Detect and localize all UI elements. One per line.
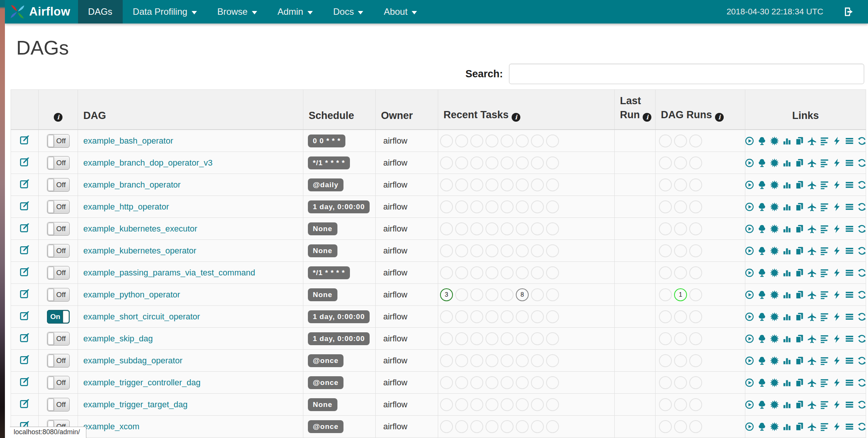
refresh-icon[interactable] xyxy=(857,334,866,343)
code-bolt-icon[interactable] xyxy=(832,268,841,277)
refresh-icon[interactable] xyxy=(857,202,866,211)
task-state-circle[interactable] xyxy=(440,310,453,323)
edit-dag-icon[interactable] xyxy=(20,399,30,409)
code-bolt-icon[interactable] xyxy=(832,334,841,343)
task-duration-chart-icon[interactable] xyxy=(782,224,792,233)
refresh-icon[interactable] xyxy=(857,312,866,321)
nav-item-dags[interactable]: DAGs xyxy=(78,0,123,23)
task-state-circle[interactable] xyxy=(516,398,529,411)
task-state-circle[interactable] xyxy=(486,310,498,323)
dag-pause-toggle[interactable]: Off xyxy=(47,200,70,214)
dag-run-circle[interactable] xyxy=(659,156,672,169)
gantt-align-icon[interactable] xyxy=(820,334,829,343)
task-tries-copy-icon[interactable] xyxy=(795,290,804,299)
logs-list-icon[interactable] xyxy=(845,400,854,409)
logs-list-icon[interactable] xyxy=(845,246,854,255)
dag-link[interactable]: example_http_operator xyxy=(83,202,169,211)
tree-view-icon[interactable] xyxy=(757,334,767,343)
dag-link[interactable]: example_subdag_operator xyxy=(83,356,183,365)
dag-pause-toggle[interactable]: Off xyxy=(47,266,70,280)
task-tries-copy-icon[interactable] xyxy=(795,378,804,387)
task-state-circle[interactable] xyxy=(470,420,483,433)
task-state-circle[interactable] xyxy=(546,354,559,367)
task-state-circle[interactable] xyxy=(486,244,498,257)
task-state-circle[interactable] xyxy=(486,420,498,433)
landing-times-plane-icon[interactable] xyxy=(807,158,816,167)
info-icon[interactable]: i xyxy=(512,113,520,122)
landing-times-plane-icon[interactable] xyxy=(807,246,816,255)
task-duration-chart-icon[interactable] xyxy=(782,158,792,167)
dag-pause-toggle[interactable]: Off xyxy=(47,288,70,302)
dag-link[interactable]: example_kubernetes_executor xyxy=(83,224,197,233)
dag-run-circle[interactable] xyxy=(659,376,672,389)
task-state-circle[interactable] xyxy=(455,200,468,213)
dag-link[interactable]: example_skip_dag xyxy=(83,334,153,343)
dag-run-circle[interactable] xyxy=(674,244,687,257)
gantt-align-icon[interactable] xyxy=(820,378,829,387)
tree-view-icon[interactable] xyxy=(757,136,767,145)
task-duration-chart-icon[interactable] xyxy=(782,290,792,299)
dag-run-circle[interactable] xyxy=(689,288,702,301)
task-state-circle[interactable] xyxy=(501,288,514,301)
dag-run-circle[interactable] xyxy=(689,354,702,367)
task-state-circle[interactable] xyxy=(440,266,453,279)
code-bolt-icon[interactable] xyxy=(832,158,841,167)
task-duration-chart-icon[interactable] xyxy=(782,268,792,277)
dag-run-circle[interactable] xyxy=(689,266,702,279)
dag-run-circle[interactable] xyxy=(689,376,702,389)
task-duration-chart-icon[interactable] xyxy=(782,378,792,387)
task-tries-copy-icon[interactable] xyxy=(795,202,804,211)
task-duration-chart-icon[interactable] xyxy=(782,356,792,365)
logs-list-icon[interactable] xyxy=(845,290,854,299)
refresh-icon[interactable] xyxy=(857,180,866,189)
dag-link[interactable]: example_xcom xyxy=(83,422,139,431)
dag-run-circle[interactable] xyxy=(674,200,687,213)
dag-run-circle[interactable] xyxy=(689,135,702,147)
dag-link[interactable]: example_short_circuit_operator xyxy=(83,312,200,321)
trigger-play-circle-icon[interactable] xyxy=(745,290,754,299)
dag-run-circle[interactable] xyxy=(674,266,687,279)
task-state-circle[interactable] xyxy=(440,398,453,411)
task-state-circle[interactable] xyxy=(531,354,544,367)
task-state-circle[interactable] xyxy=(470,266,483,279)
landing-times-plane-icon[interactable] xyxy=(807,356,816,365)
tree-view-icon[interactable] xyxy=(757,202,767,211)
task-state-circle[interactable] xyxy=(470,222,483,235)
graph-view-sunburst-icon[interactable] xyxy=(770,400,779,409)
task-state-circle[interactable] xyxy=(516,200,529,213)
task-state-circle[interactable] xyxy=(501,420,514,433)
task-state-circle[interactable] xyxy=(501,222,514,235)
task-state-circle[interactable] xyxy=(546,266,559,279)
trigger-play-circle-icon[interactable] xyxy=(745,356,754,365)
task-state-circle[interactable] xyxy=(531,332,544,345)
graph-view-sunburst-icon[interactable] xyxy=(770,422,779,431)
task-state-circle[interactable] xyxy=(501,266,514,279)
task-state-circle[interactable] xyxy=(516,376,529,389)
task-state-circle[interactable] xyxy=(531,222,544,235)
dag-link[interactable]: example_python_operator xyxy=(83,290,180,299)
task-state-circle[interactable] xyxy=(455,244,468,257)
dag-run-circle[interactable] xyxy=(689,332,702,345)
logout-button[interactable] xyxy=(843,6,854,17)
logs-list-icon[interactable] xyxy=(845,180,854,189)
dag-run-circle[interactable] xyxy=(689,420,702,433)
task-state-circle[interactable] xyxy=(531,178,544,191)
task-state-circle[interactable] xyxy=(546,135,559,147)
tree-view-icon[interactable] xyxy=(757,246,767,255)
task-state-circle[interactable] xyxy=(501,354,514,367)
landing-times-plane-icon[interactable] xyxy=(807,400,816,409)
task-tries-copy-icon[interactable] xyxy=(795,312,804,321)
task-state-circle[interactable] xyxy=(501,200,514,213)
code-bolt-icon[interactable] xyxy=(832,422,841,431)
graph-view-sunburst-icon[interactable] xyxy=(770,246,779,255)
landing-times-plane-icon[interactable] xyxy=(807,268,816,277)
code-bolt-icon[interactable] xyxy=(832,202,841,211)
logs-list-icon[interactable] xyxy=(845,334,854,343)
gantt-align-icon[interactable] xyxy=(820,224,829,233)
dag-run-circle[interactable] xyxy=(674,420,687,433)
dag-pause-toggle[interactable]: Off xyxy=(47,354,70,368)
refresh-icon[interactable] xyxy=(857,268,866,277)
dag-run-circle[interactable] xyxy=(659,310,672,323)
graph-view-sunburst-icon[interactable] xyxy=(770,290,779,299)
nav-item-data-profiling[interactable]: Data Profiling xyxy=(123,0,207,23)
